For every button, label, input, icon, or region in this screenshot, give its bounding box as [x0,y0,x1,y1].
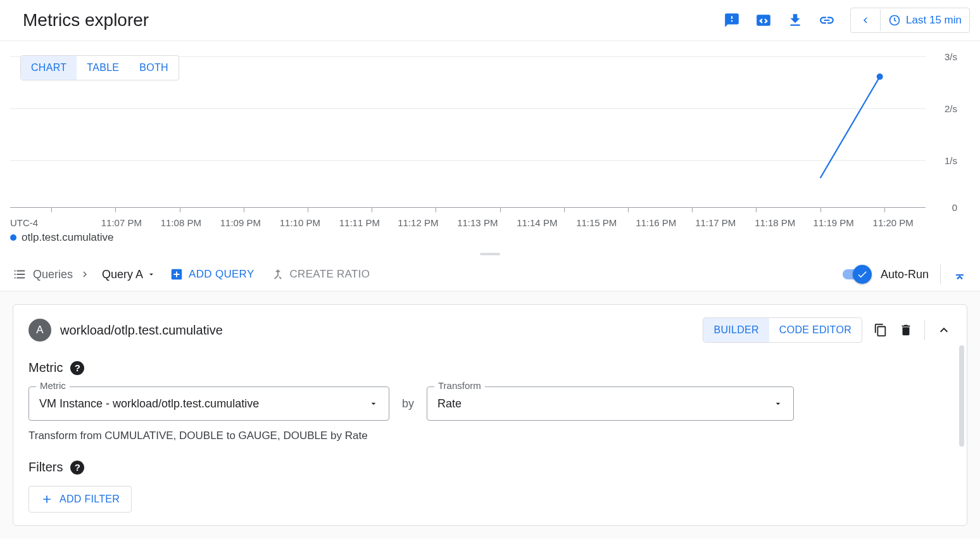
query-name: workload/otlp.test.cumulative [60,323,223,338]
svg-line-1 [820,77,880,178]
x-tick: 11:15 PM [576,217,617,228]
plus-icon [41,493,53,506]
scrollbar[interactable] [959,345,964,447]
y-tick: 1/s [945,155,957,166]
chevron-right-icon [79,269,91,280]
metric-select[interactable]: VM Instance - workload/otlp.test.cumulat… [28,386,389,421]
plus-box-icon [170,267,184,281]
tab-chart[interactable]: CHART [21,56,77,80]
transform-select[interactable]: Rate [427,386,794,421]
help-icon[interactable]: ? [70,361,84,375]
transform-hint: Transform from CUMULATIVE, DOUBLE to GAU… [28,430,952,442]
tab-builder[interactable]: BUILDER [703,318,769,342]
x-tick: 11:09 PM [220,217,261,228]
merge-icon [271,267,285,281]
x-tick: 11:17 PM [695,217,736,228]
create-ratio-button[interactable]: CREATE RATIO [268,265,373,284]
x-tick: 11:18 PM [755,217,795,228]
dropdown-icon [147,270,156,279]
mode-tabs: BUILDER CODE EDITOR [703,317,862,343]
x-tick: 11:10 PM [280,217,320,228]
add-filter-button[interactable]: ADD FILTER [28,486,132,513]
view-tabs: CHART TABLE BOTH [20,55,179,80]
x-tick: 11:20 PM [873,217,914,228]
svg-point-2 [877,73,883,80]
code-icon[interactable] [755,12,772,29]
collapse-icon[interactable] [952,267,967,282]
auto-run-label: Auto-Run [881,268,929,281]
query-card: A workload/otlp.test.cumulative BUILDER … [13,304,967,526]
tab-code-editor[interactable]: CODE EDITOR [769,318,862,342]
x-tick: 11:07 PM [101,217,142,228]
collapse-card-icon[interactable] [936,322,952,338]
metric-field-label: Metric [36,380,70,391]
help-icon[interactable]: ? [70,461,84,475]
chart-legend[interactable]: otlp.test.cumulative [10,229,970,250]
metric-section-label: Metric [28,360,63,375]
by-label: by [402,397,414,411]
legend-label: otlp.test.cumulative [22,231,114,244]
check-icon [857,269,868,280]
tab-table[interactable]: TABLE [77,56,129,80]
copy-icon[interactable] [874,323,888,337]
legend-dot [10,234,16,241]
dropdown-icon [773,399,783,409]
x-tick: 11:12 PM [398,217,438,228]
page-title: Metrics explorer [23,10,149,30]
time-range-select[interactable]: Last 15 min [881,9,969,32]
auto-run-toggle[interactable] [843,269,869,279]
download-icon[interactable] [787,12,803,29]
transform-field-label: Transform [434,380,485,391]
x-tick: 11:16 PM [636,217,676,228]
clock-icon [888,14,901,27]
x-tick: 11:19 PM [814,217,854,228]
x-tick: 11:08 PM [161,217,201,228]
time-back-button[interactable] [851,10,881,31]
svg-rect-3 [956,274,964,276]
tab-both[interactable]: BOTH [129,56,179,80]
y-tick: 2/s [945,103,957,114]
y-tick: 3/s [945,51,957,62]
query-badge: A [28,319,51,341]
link-icon[interactable] [819,12,835,29]
resize-handle[interactable] [0,250,980,258]
dropdown-icon [368,399,379,409]
timezone-label: UTC-4 [10,217,38,228]
filters-section-label: Filters [28,460,63,475]
feedback-icon[interactable] [724,12,740,29]
add-query-button[interactable]: ADD QUERY [167,265,256,284]
x-tick: 11:14 PM [517,217,557,228]
list-icon [13,267,27,281]
time-range-picker[interactable]: Last 15 min [850,8,970,33]
x-tick: 11:13 PM [457,217,498,228]
queries-breadcrumb[interactable]: Queries [13,267,91,281]
x-tick: 11:11 PM [339,217,380,228]
delete-icon[interactable] [899,323,913,337]
query-select[interactable]: Query A [102,268,156,281]
y-tick: 0 [952,202,957,213]
